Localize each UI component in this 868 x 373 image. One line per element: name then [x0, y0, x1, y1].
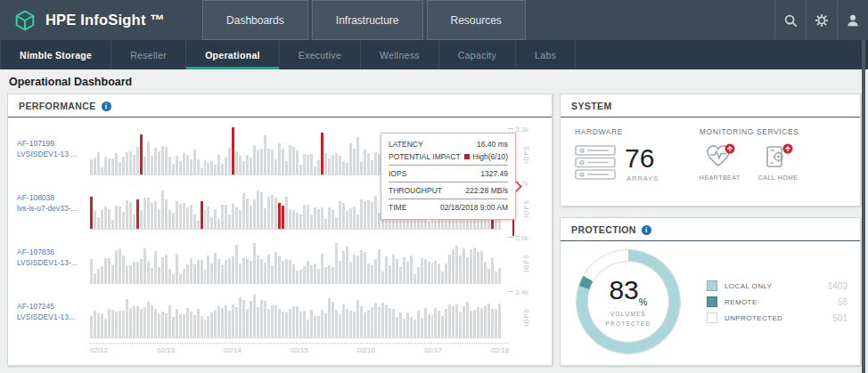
scrollbar[interactable]: [862, 40, 865, 373]
x-axis-label: 02/18: [491, 346, 509, 354]
x-axis-label: 02/13: [157, 346, 175, 354]
protected-percent: 83%: [609, 277, 647, 307]
tooltip-row-latency: LATENCY16.40 ms: [389, 138, 508, 150]
array-link[interactable]: AF-107836LVSISDEV1-13-...: [17, 234, 90, 284]
hardware-group[interactable]: HARDWARE: [575, 127, 700, 182]
iops-sparkline-chart[interactable]: [90, 234, 502, 284]
iops-sparkline-chart[interactable]: [90, 288, 502, 338]
call-home-icon: [763, 143, 793, 170]
legend-swatch-icon: [707, 312, 717, 323]
main-menu: DashboardsInfrastructureResources: [202, 0, 529, 40]
dashboard-tabbar: Nimble StorageResellerOperationalExecuti…: [0, 40, 868, 69]
y-axis: 3.4kIOPS: [502, 288, 545, 338]
search-button[interactable]: [774, 0, 806, 40]
performance-panel: PERFORMANCE i AF-107199LVSISDEV1-13 ...3…: [7, 93, 553, 366]
tab-wellness[interactable]: Wellness: [361, 40, 439, 69]
legend-local-only: LOCAL ONLY1402: [707, 280, 848, 291]
brand-title: HPE InfoSight ™: [45, 12, 165, 28]
tooltip-row-time: TIME02/18/2018 9:00 AM: [389, 201, 508, 214]
tooltip-row-iops: IOPS1327.49: [389, 167, 508, 180]
legend-swatch-icon: [707, 296, 717, 307]
performance-row-AF-107245: AF-107245LVSISDEV1-13...3.4kIOPS: [17, 288, 545, 338]
settings-button[interactable]: [806, 0, 837, 40]
content: PERFORMANCE i AF-107199LVSISDEV1-13 ...3…: [0, 93, 868, 366]
monitoring-services-group: MONITORING SERVICES HEARTBEATCALL HOME: [700, 127, 846, 182]
gear-icon: [815, 13, 829, 28]
menu-infrastructure[interactable]: Infrastructure: [312, 0, 423, 40]
x-axis-label: 02/16: [357, 346, 375, 354]
tooltip-row-throughput: THROUGHPUT222.28 MB/s: [389, 184, 508, 197]
performance-x-axis: 02/1202/1302/1402/1502/1602/1702/18: [90, 343, 509, 354]
array-link[interactable]: AF-108038lvs-is-u7-dev33-...: [17, 180, 90, 230]
search-icon: [783, 13, 798, 28]
top-nav: HPE InfoSight ™ DashboardsInfrastructure…: [0, 0, 868, 40]
protection-panel: PROTECTION i 83% VOLUMES PROTECTED LOCAL…: [560, 217, 861, 366]
array-link[interactable]: AF-107199LVSISDEV1-13 ...: [17, 126, 90, 175]
hardware-label: HARDWARE: [575, 127, 700, 136]
hpe-infosight-logo-icon: [14, 10, 36, 31]
legend-unprotected: UNPROTECTED501: [707, 312, 848, 323]
y-axis: 3.0kIOPS: [502, 234, 545, 284]
performance-tooltip: LATENCY16.40 msPOTENTIAL IMPACTHigh(6/10…: [381, 133, 516, 220]
heartbeat-icon: [705, 143, 735, 170]
center-label-volumes: VOLUMES: [610, 311, 646, 317]
service-heartbeat[interactable]: HEARTBEAT: [700, 143, 741, 181]
tab-labs[interactable]: Labs: [516, 40, 576, 69]
user-icon: [846, 13, 860, 28]
tab-operational[interactable]: Operational: [186, 40, 280, 69]
x-axis-label: 02/12: [90, 346, 108, 354]
user-account-button[interactable]: [837, 0, 868, 40]
protection-info-icon[interactable]: i: [642, 225, 651, 235]
service-call-home[interactable]: CALL HOME: [758, 143, 798, 181]
right-column: SYSTEM HARDWARE: [560, 93, 861, 366]
x-axis-label: 02/14: [224, 346, 242, 354]
legend-swatch-icon: [707, 280, 717, 291]
tooltip-row-potential-impact: POTENTIAL IMPACTHigh(6/10): [389, 150, 508, 163]
volumes-protected-donut-chart[interactable]: 83% VOLUMES PROTECTED: [577, 250, 680, 353]
performance-row-AF-107836: AF-107836LVSISDEV1-13-...3.0kIOPS: [17, 234, 545, 284]
performance-title: PERFORMANCE: [19, 101, 96, 111]
protection-title: PROTECTION: [571, 224, 636, 235]
server-stack-icon: [575, 145, 618, 181]
donut-center: 83% VOLUMES PROTECTED: [588, 262, 668, 342]
tab-reseller[interactable]: Reseller: [111, 40, 186, 69]
protection-body: 83% VOLUMES PROTECTED LOCAL ONLY1402REMO…: [561, 241, 860, 353]
page-title: Operational Dashboard: [0, 69, 868, 93]
array-count-unit: ARRAYS: [626, 174, 659, 182]
system-title: SYSTEM: [571, 101, 612, 111]
system-panel: SYSTEM HARDWARE: [560, 93, 861, 207]
high-impact-marker-icon: [464, 154, 470, 159]
tab-executive[interactable]: Executive: [280, 40, 361, 69]
performance-panel-header: PERFORMANCE i: [8, 94, 552, 118]
x-axis-label: 02/15: [291, 346, 308, 354]
legend-remote: REMOTE58: [707, 296, 848, 307]
nav-spacer: [529, 0, 774, 40]
system-panel-header: SYSTEM: [561, 94, 860, 118]
array-count: 76: [625, 145, 659, 172]
monitoring-services-label: MONITORING SERVICES: [700, 127, 846, 136]
brand[interactable]: HPE InfoSight ™: [0, 0, 177, 40]
tab-nimble-storage[interactable]: Nimble Storage: [0, 40, 111, 69]
performance-info-icon[interactable]: i: [102, 101, 111, 111]
menu-resources[interactable]: Resources: [427, 0, 526, 40]
tab-capacity[interactable]: Capacity: [439, 40, 516, 69]
center-label-protected: PROTECTED: [606, 320, 651, 327]
menu-dashboards[interactable]: Dashboards: [202, 0, 308, 40]
system-body: HARDWARE: [561, 118, 860, 182]
x-axis-label: 02/17: [424, 346, 442, 354]
array-link[interactable]: AF-107245LVSISDEV1-13...: [17, 288, 90, 338]
protection-legend: LOCAL ONLY1402REMOTE58UNPROTECTED501: [707, 275, 848, 328]
protection-panel-header: PROTECTION i: [561, 218, 860, 241]
